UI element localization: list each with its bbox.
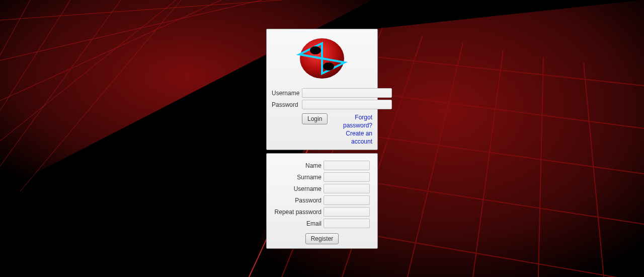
password-label: Password [272,101,302,108]
svg-point-26 [310,46,321,54]
reg-username-label: Username [274,185,324,192]
reg-password-input[interactable] [324,195,370,205]
reg-email-input[interactable] [324,219,370,228]
reg-name-input[interactable] [324,161,370,170]
login-panel: Username Password Login Forgot password?… [266,29,378,150]
svg-point-27 [323,62,334,71]
reg-name-label: Name [274,162,324,169]
username-label: Username [272,90,302,97]
reg-username-input[interactable] [324,184,370,193]
reg-email-label: Email [274,220,324,227]
login-button[interactable]: Login [302,113,328,124]
reg-repeat-password-label: Repeat password [274,209,324,216]
create-account-link[interactable]: Create an account [328,129,372,146]
reg-password-label: Password [274,197,324,204]
reg-surname-label: Surname [274,174,324,181]
reg-repeat-password-input[interactable] [324,207,370,217]
password-input[interactable] [302,100,392,109]
forgot-password-link[interactable]: Forgot password? [328,113,372,129]
register-panel: Name Surname Username Password Repeat pa… [266,153,378,249]
register-button[interactable]: Register [305,233,339,244]
logo-icon [294,34,350,83]
app-logo [272,34,372,84]
auth-container: Username Password Login Forgot password?… [266,29,378,249]
username-input[interactable] [302,88,392,98]
reg-surname-input[interactable] [324,172,370,182]
